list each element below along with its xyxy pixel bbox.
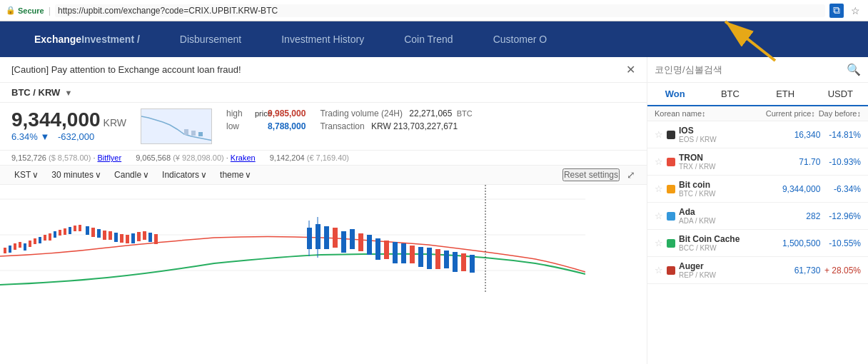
list-item[interactable]: ☆ Ada ADA / KRW 282 -12.96% [647, 203, 868, 230]
svg-rect-34 [143, 231, 146, 240]
svg-rect-12 [24, 243, 26, 251]
coin-color-indicator [667, 239, 675, 248]
coin-name-block: Auger REP / KRW [679, 261, 760, 279]
list-item[interactable]: ☆ Bit Coin Cache BCC / KRW 1,500,500 -10… [647, 230, 868, 257]
bitflyer-ref: 9,152,726 ($ 8,578.00) · Bitflyer [11, 153, 121, 162]
svg-rect-30 [120, 234, 123, 243]
svg-rect-29 [114, 233, 118, 242]
svg-rect-58 [453, 252, 458, 272]
tab-usdt[interactable]: USDT [813, 83, 868, 106]
col-price-header: Current price↕ [746, 109, 814, 118]
svg-rect-27 [103, 231, 106, 240]
coin-list-header: Korean name↕ Current price↕ Day before↕ [647, 106, 868, 121]
svg-rect-55 [427, 248, 432, 269]
svg-rect-35 [148, 233, 152, 242]
list-item[interactable]: ☆ TRON TRX / KRW 71.70 -10.93% [647, 148, 868, 176]
svg-rect-40 [316, 224, 321, 249]
nav-customer[interactable]: Customer O [473, 21, 567, 57]
svg-rect-16 [44, 235, 46, 241]
price-currency: KRW [104, 117, 126, 128]
star-icon[interactable]: ☆ [655, 211, 663, 221]
svg-rect-53 [410, 246, 415, 263]
kraken-link[interactable]: Kraken [231, 153, 256, 162]
svg-rect-47 [358, 233, 363, 251]
dropdown-arrow-icon[interactable]: ▼ [64, 89, 72, 97]
nav-exchange[interactable]: ExchangeInvestment / [14, 21, 160, 57]
svg-rect-14 [34, 238, 36, 244]
coin-symbol: TRX / KRW [679, 163, 760, 171]
svg-rect-9 [9, 246, 11, 253]
lock-icon: 🔒 [6, 6, 16, 15]
theme-button[interactable]: theme ∨ [217, 168, 254, 181]
tab-won[interactable]: Won [647, 83, 702, 106]
kst-button[interactable]: KST ∨ [11, 168, 41, 181]
bitflyer-link[interactable]: Bitflyer [98, 153, 122, 162]
nav-coin-trend[interactable]: Coin Trend [384, 21, 473, 57]
coin-change: -14.81% [820, 130, 861, 140]
indicators-button[interactable]: Indicators ∨ [159, 168, 210, 181]
mini-chart [141, 108, 212, 144]
star-icon[interactable]: ☆ [655, 183, 663, 194]
svg-rect-4 [198, 132, 203, 136]
svg-rect-57 [444, 251, 449, 268]
coin-name-block: Bit coin BTC / KRW [679, 180, 760, 198]
left-content: [Caution] Pay attention to Exchange acco… [0, 57, 647, 364]
coin-symbol: ADA / KRW [679, 217, 760, 225]
svg-rect-32 [131, 233, 135, 243]
svg-rect-8 [4, 248, 6, 253]
interval-button[interactable]: 30 minutes ∨ [49, 168, 104, 181]
svg-rect-37 [307, 228, 312, 249]
nav-disbursement[interactable]: Disbursement [160, 21, 261, 57]
alert-close-button[interactable]: ✕ [626, 63, 635, 76]
coin-name-block: Ada ADA / KRW [679, 207, 760, 225]
tab-btc[interactable]: BTC [702, 83, 757, 106]
svg-rect-2 [184, 129, 188, 135]
svg-rect-54 [418, 247, 423, 267]
coin-color-indicator [667, 212, 675, 221]
coin-search-input[interactable] [655, 64, 842, 75]
coin-symbol: BCC / KRW [679, 244, 760, 252]
svg-rect-46 [350, 229, 355, 249]
coin-symbol: REP / KRW [679, 271, 760, 279]
star-icon[interactable]: ☆ [655, 129, 663, 140]
star-icon[interactable]: ☆ [655, 265, 663, 275]
kraken-ref: 9,065,568 (¥ 928,098.00) · Kraken [136, 153, 256, 162]
svg-rect-15 [39, 237, 41, 243]
reset-settings-button[interactable]: Reset settings [562, 168, 620, 181]
coin-name-block: TRON TRX / KRW [679, 153, 760, 171]
list-item[interactable]: ☆ IOS EOS / KRW 16,340 -14.81% [647, 121, 868, 148]
chart-controls: KST ∨ 30 minutes ∨ Candle ∨ Indicators ∨… [0, 166, 647, 185]
copy-icon[interactable]: ⧉ [829, 4, 844, 18]
nav-investment-history[interactable]: Investment History [261, 21, 384, 57]
svg-rect-45 [341, 231, 346, 253]
svg-rect-31 [126, 235, 129, 243]
svg-rect-17 [49, 233, 51, 241]
current-price: 9,344,000 [11, 108, 101, 131]
star-icon[interactable]: ☆ [848, 4, 862, 18]
main-layout: [Caution] Pay attention to Exchange acco… [0, 57, 868, 364]
star-icon[interactable]: ☆ [655, 156, 663, 167]
right-sidebar: 🔍 Won BTC ETH USDT Korean name↕ Current … [647, 57, 868, 364]
svg-rect-52 [401, 243, 406, 263]
list-item[interactable]: ☆ Bit coin BTC / KRW 9,344,000 -6.34% [647, 176, 868, 203]
svg-rect-48 [367, 235, 372, 255]
list-item[interactable]: ☆ Auger REP / KRW 61,730 + 28.05% [647, 257, 868, 284]
volume-section: Trading volume (24H) 22,271,065 BTC Tran… [320, 108, 472, 134]
svg-rect-10 [14, 243, 16, 250]
svg-rect-44 [333, 228, 338, 248]
coin-price: 9,344,000 [760, 184, 820, 194]
star-icon[interactable]: ☆ [655, 238, 663, 248]
search-bar: 🔍 [647, 57, 868, 83]
fullscreen-button[interactable]: ⤢ [627, 169, 635, 181]
main-chart: 10,500,000 10,000,000 9,874,800 [0, 185, 647, 292]
candle-button[interactable]: Candle ∨ [111, 168, 152, 181]
svg-rect-13 [29, 241, 31, 247]
coin-name-block: Bit Coin Cache BCC / KRW [679, 234, 760, 252]
url-input[interactable] [55, 4, 825, 17]
svg-rect-21 [69, 227, 71, 234]
coin-change: + 28.05% [820, 266, 861, 275]
price-change: 6.34% ▼ -632,000 [11, 131, 126, 142]
coin-fullname: Bit coin [679, 180, 760, 190]
tab-eth[interactable]: ETH [758, 83, 813, 106]
search-icon[interactable]: 🔍 [847, 63, 861, 76]
